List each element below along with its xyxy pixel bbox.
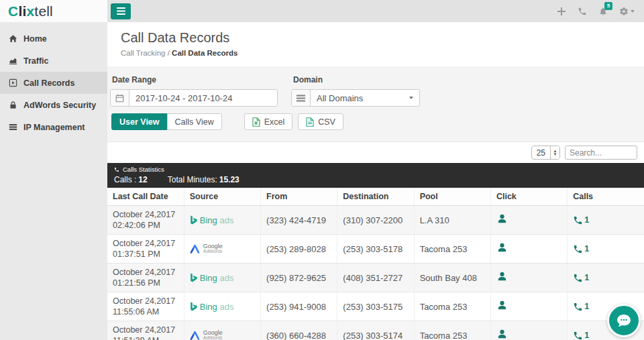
stats-title: Calls Statistics xyxy=(123,166,164,173)
person-icon xyxy=(496,300,508,311)
source-bing-ads: Bing ads xyxy=(190,273,255,283)
bing-icon xyxy=(190,215,197,225)
cell-pool: South Bay 408 xyxy=(414,264,490,292)
calls-view-button[interactable]: Calls View xyxy=(167,113,222,130)
add-button[interactable] xyxy=(557,7,566,16)
table-controls: 25 ▲▼ xyxy=(107,142,644,163)
sidebar-item-label: Home xyxy=(23,34,47,44)
call-records-table: Last Call Date Source From Destination P… xyxy=(107,188,644,340)
cell-from: (925) 872-9625 xyxy=(261,264,337,292)
excel-export-button[interactable]: Excel xyxy=(244,113,293,130)
sidebar-item-label: IP Management xyxy=(23,123,85,132)
sidebar-item-home[interactable]: Home xyxy=(0,27,107,50)
calls-count-button[interactable]: 1 xyxy=(573,215,639,225)
sidebar-item-traffic[interactable]: Traffic xyxy=(0,50,107,72)
lock-icon xyxy=(9,101,17,109)
live-chat-button[interactable] xyxy=(607,304,641,337)
user-details-button[interactable] xyxy=(496,213,508,225)
page-header: Call Data Records Call Tracking / Call D… xyxy=(107,22,644,66)
table-card: 25 ▲▼ Calls Statistics Calls :12 Total M… xyxy=(107,141,644,340)
stats-total-minutes: Total Minutes:15.23 xyxy=(168,175,239,184)
column-source[interactable]: Source xyxy=(184,188,260,206)
hamburger-icon xyxy=(117,7,125,15)
sidebar-item-label: AdWords Security xyxy=(23,101,96,110)
topbar-actions: 5 xyxy=(557,7,635,16)
sidebar-item-ip-management[interactable]: IP Management xyxy=(0,116,107,138)
sidebar-item-adwords-security[interactable]: AdWords Security xyxy=(0,94,107,116)
breadcrumb-separator: / xyxy=(168,49,170,57)
traffic-icon xyxy=(9,56,17,65)
phone-icon xyxy=(573,302,583,312)
main-area: 5 Call Data Records Call Tracking / Call… xyxy=(107,0,644,340)
bing-icon xyxy=(190,302,197,311)
csv-export-button[interactable]: CSV xyxy=(298,113,343,130)
cell-destination: (310) 307-2200 xyxy=(337,206,414,235)
user-details-button[interactable] xyxy=(496,242,508,253)
chevron-down-icon xyxy=(631,10,635,13)
column-from[interactable]: From xyxy=(261,188,337,206)
cell-source: GoogleAdWords xyxy=(184,235,260,264)
breadcrumb-current: Call Data Records xyxy=(172,49,237,57)
person-icon xyxy=(496,242,508,253)
calls-count-button[interactable]: 1 xyxy=(573,244,639,254)
page-size-select[interactable]: 25 ▲▼ xyxy=(531,146,560,160)
column-last-call-date[interactable]: Last Call Date xyxy=(107,188,184,206)
records-icon xyxy=(9,78,17,87)
source-google-adwords: GoogleAdWords xyxy=(190,330,255,340)
notifications-button[interactable]: 5 xyxy=(598,7,608,16)
domain-label: Domain xyxy=(293,75,323,84)
google-adwords-icon xyxy=(190,331,200,340)
cell-pool: Tacoma 253 xyxy=(414,292,490,321)
app-window: Clixtell HomeTrafficCall RecordsAdWords … xyxy=(0,0,644,340)
spinner-arrows-icon: ▲▼ xyxy=(550,146,559,159)
clixtell-logo: Clixtell xyxy=(8,3,53,19)
settings-menu-button[interactable] xyxy=(619,7,635,16)
page-title: Call Data Records xyxy=(121,30,631,46)
filter-buttons-row: User View Calls View Excel CSV xyxy=(110,113,634,130)
filter-labels-row: Date Range Domain xyxy=(110,75,634,89)
user-view-button[interactable]: User View xyxy=(111,113,168,130)
cell-click xyxy=(490,321,567,340)
domain-list-icon xyxy=(292,90,311,106)
cell-pool: Tacoma 253 xyxy=(414,321,490,340)
view-toggle-group: User View Calls View xyxy=(111,113,222,130)
search-input[interactable] xyxy=(565,146,637,160)
stats-calls: Calls :12 xyxy=(114,175,148,184)
column-destination[interactable]: Destination xyxy=(337,188,414,206)
bing-icon xyxy=(190,273,197,282)
csv-file-icon xyxy=(306,117,314,127)
table-row: October 24,201701:21:56 PMBing ads(925) … xyxy=(107,264,644,292)
column-click[interactable]: Click xyxy=(490,188,567,206)
cell-source: Bing ads xyxy=(184,264,260,292)
cell-last-call-date: October 24,201711:51:39 AM xyxy=(107,321,184,340)
breadcrumb-call-tracking[interactable]: Call Tracking xyxy=(121,49,165,57)
source-bing-ads: Bing ads xyxy=(190,215,255,225)
column-calls[interactable]: Calls xyxy=(568,188,644,206)
date-range-label: Date Range xyxy=(112,75,280,84)
phone-icon xyxy=(573,244,583,254)
phone-icon xyxy=(114,167,119,172)
export-buttons: Excel CSV xyxy=(244,113,343,130)
source-bing-ads: Bing ads xyxy=(190,302,255,312)
date-range-input[interactable] xyxy=(129,90,277,106)
user-details-button[interactable] xyxy=(496,300,508,311)
calls-statistics-bar: Calls Statistics Calls :12 Total Minutes… xyxy=(107,163,644,188)
person-icon xyxy=(496,271,508,282)
table-header-row: Last Call Date Source From Destination P… xyxy=(107,188,644,206)
column-pool[interactable]: Pool xyxy=(414,188,490,206)
excel-file-icon xyxy=(252,117,260,127)
calls-count-button[interactable]: 1 xyxy=(573,273,639,283)
sidebar-toggle-button[interactable] xyxy=(111,3,131,19)
calls-shortcut-button[interactable] xyxy=(578,7,587,16)
chat-bubble-icon xyxy=(615,312,633,329)
cell-last-call-date: October 24,201711:55:06 AM xyxy=(107,292,184,321)
topbar: 5 xyxy=(107,0,644,22)
cell-pool: Tacoma 253 xyxy=(414,235,490,264)
user-details-button[interactable] xyxy=(496,271,508,282)
user-details-button[interactable] xyxy=(496,329,508,340)
domain-select[interactable]: All Domains xyxy=(291,89,420,107)
cell-last-call-date: October 24,201701:21:56 PM xyxy=(107,264,184,292)
phone-icon xyxy=(573,215,583,225)
cell-click xyxy=(490,264,567,292)
sidebar-item-call-records[interactable]: Call Records xyxy=(0,72,107,94)
